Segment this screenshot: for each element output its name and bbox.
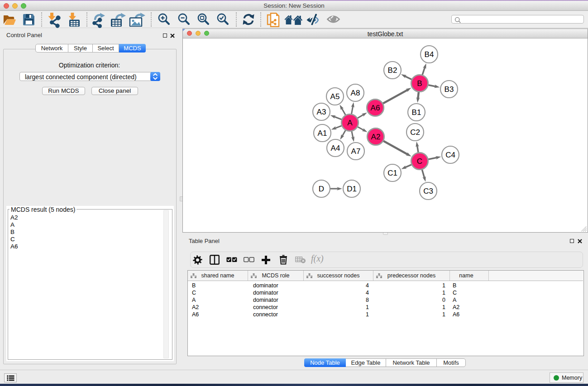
svg-text:C1: C1: [387, 169, 397, 177]
svg-text:A8: A8: [351, 89, 360, 97]
svg-text:A6: A6: [371, 104, 380, 112]
svg-text:D1: D1: [347, 185, 357, 193]
svg-text:C: C: [417, 157, 422, 166]
svg-text:C4: C4: [445, 151, 455, 159]
svg-text:A1: A1: [318, 129, 327, 138]
svg-text:C2: C2: [410, 128, 420, 137]
svg-text:B4: B4: [425, 50, 434, 59]
svg-text:B2: B2: [388, 66, 397, 75]
svg-text:C3: C3: [423, 187, 433, 195]
svg-text:A: A: [347, 119, 353, 127]
svg-text:A7: A7: [351, 147, 361, 156]
svg-text:A5: A5: [330, 92, 340, 101]
svg-text:A3: A3: [317, 108, 326, 116]
svg-text:A4: A4: [331, 144, 340, 152]
svg-text:B3: B3: [445, 85, 454, 94]
svg-text:B: B: [417, 79, 422, 88]
svg-text:D: D: [319, 185, 324, 193]
svg-text:B1: B1: [412, 108, 421, 117]
svg-text:A2: A2: [371, 133, 381, 141]
